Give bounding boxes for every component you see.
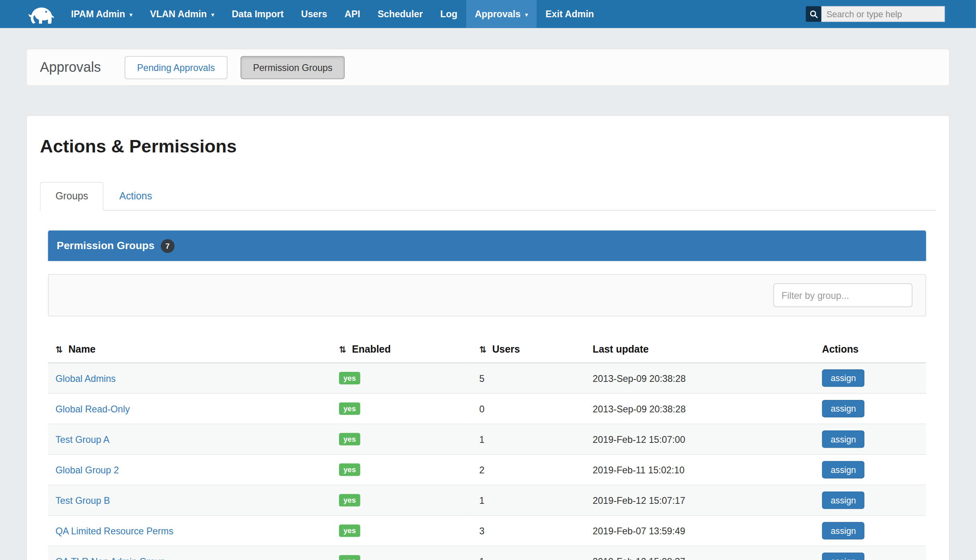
nav-menu: IPAM Admin ▾ VLAN Admin ▾ Data Import Us…: [62, 0, 603, 28]
users-count: 3: [472, 515, 586, 546]
groups-tab-content: Permission Groups 7 ⇅Name ⇅Enabled: [48, 231, 926, 560]
group-name-link[interactable]: Test Group B: [55, 495, 110, 505]
permission-groups-header: Permission Groups 7: [48, 231, 926, 261]
nav-item-label: IPAM Admin: [71, 9, 125, 19]
nav-item-ipam-admin[interactable]: IPAM Admin ▾: [62, 0, 141, 28]
nav-item-exit-admin[interactable]: Exit Admin: [537, 0, 603, 28]
last-update: 2019-Feb-12 15:07:17: [585, 485, 814, 515]
tab-actions[interactable]: Actions: [104, 182, 168, 210]
table-header-row: ⇅Name ⇅Enabled ⇅Users Last update Action…: [48, 335, 926, 363]
nav-item-label: Users: [301, 9, 327, 19]
nav-item-label: Scheduler: [378, 9, 423, 19]
nav-item-label: Log: [440, 9, 458, 19]
nav-item-users[interactable]: Users: [293, 0, 336, 28]
users-count: 5: [472, 363, 586, 394]
sort-icon[interactable]: ⇅: [55, 345, 63, 355]
group-name-link[interactable]: Global Read-Only: [55, 404, 130, 414]
column-header-last-update: Last update: [585, 335, 814, 363]
navbar-search: [806, 0, 945, 28]
table-row: QA TLR Non Admin Group yes 1 2019-Feb-12…: [48, 546, 926, 560]
permission-groups-button[interactable]: Permission Groups: [240, 56, 345, 79]
filter-group-input[interactable]: [773, 284, 912, 307]
sort-icon[interactable]: ⇅: [479, 345, 486, 355]
assign-button[interactable]: assign: [822, 430, 864, 448]
last-update: 2019-Feb-11 15:02:10: [585, 454, 814, 485]
table-row: QA Limited Resource Perms yes 3 2019-Feb…: [48, 515, 926, 546]
tab-bar: Groups Actions: [40, 182, 936, 210]
assign-button[interactable]: assign: [822, 491, 864, 509]
sort-icon[interactable]: ⇅: [339, 345, 346, 355]
caret-down-icon: ▾: [211, 12, 214, 18]
mammoth-logo-icon: [24, 4, 55, 25]
assign-button[interactable]: assign: [822, 522, 864, 539]
users-count: 1: [472, 485, 586, 515]
page-title: Approvals: [40, 59, 101, 75]
users-count: 0: [472, 394, 586, 424]
users-count: 1: [472, 424, 586, 454]
nav-item-label: VLAN Admin: [150, 9, 207, 19]
enabled-badge: yes: [339, 555, 360, 560]
nav-item-approvals[interactable]: Approvals ▾: [466, 0, 537, 28]
group-name-link[interactable]: Test Group A: [55, 434, 110, 444]
last-update: 2019-Feb-12 15:07:00: [585, 424, 814, 454]
pending-approvals-button[interactable]: Pending Approvals: [124, 56, 227, 79]
assign-button[interactable]: assign: [822, 461, 864, 478]
table-row: Global Group 2 yes 2 2019-Feb-11 15:02:1…: [48, 454, 926, 485]
users-count: 2: [472, 454, 586, 485]
table-row: Test Group B yes 1 2019-Feb-12 15:07:17 …: [48, 485, 926, 515]
enabled-badge: yes: [339, 433, 360, 445]
nav-item-label: Exit Admin: [545, 9, 594, 19]
nav-item-data-import[interactable]: Data Import: [223, 0, 293, 28]
group-name-link[interactable]: Global Group 2: [55, 465, 119, 475]
tab-groups[interactable]: Groups: [40, 182, 104, 210]
panel-title: Actions & Permissions: [40, 136, 936, 157]
assign-button[interactable]: assign: [822, 552, 864, 560]
approvals-header-card: Approvals Pending Approvals Permission G…: [26, 49, 950, 86]
nav-item-vlan-admin[interactable]: VLAN Admin ▾: [141, 0, 223, 28]
group-count-badge: 7: [161, 239, 174, 253]
group-name-link[interactable]: Global Admins: [55, 373, 116, 383]
nav-item-label: Data Import: [232, 9, 283, 19]
section-title: Permission Groups: [57, 239, 155, 252]
enabled-badge: yes: [339, 494, 360, 506]
column-header-name: ⇅Name: [48, 335, 332, 363]
nav-item-label: Approvals: [475, 9, 521, 19]
assign-button[interactable]: assign: [822, 369, 864, 387]
nav-item-api[interactable]: API: [336, 0, 369, 28]
table-row: Global Read-Only yes 0 2013-Sep-09 20:38…: [48, 394, 926, 424]
page: IPAM Admin ▾ VLAN Admin ▾ Data Import Us…: [0, 0, 976, 560]
search-icon[interactable]: [806, 6, 821, 22]
users-count: 1: [472, 546, 586, 560]
permission-groups-table: ⇅Name ⇅Enabled ⇅Users Last update Action…: [48, 335, 926, 560]
last-update: 2013-Sep-09 20:38:28: [585, 394, 814, 424]
caret-down-icon: ▾: [525, 12, 528, 18]
nav-item-scheduler[interactable]: Scheduler: [369, 0, 431, 28]
last-update: 2013-Sep-09 20:38:28: [585, 363, 814, 394]
search-input[interactable]: [821, 6, 945, 22]
enabled-badge: yes: [339, 525, 360, 537]
actions-permissions-panel: Actions & Permissions Groups Actions Per…: [26, 115, 950, 560]
nav-item-log[interactable]: Log: [431, 0, 466, 28]
group-name-link[interactable]: QA Limited Resource Perms: [55, 526, 173, 536]
phpipam-logo[interactable]: [0, 0, 62, 28]
column-header-enabled: ⇅Enabled: [331, 335, 472, 363]
enabled-badge: yes: [339, 463, 360, 476]
top-navbar: IPAM Admin ▾ VLAN Admin ▾ Data Import Us…: [0, 0, 976, 28]
group-name-link[interactable]: QA TLR Non Admin Group: [55, 556, 165, 560]
nav-item-label: API: [345, 9, 360, 19]
assign-button[interactable]: assign: [822, 400, 864, 417]
table-row: Test Group A yes 1 2019-Feb-12 15:07:00 …: [48, 424, 926, 454]
table-row: Global Admins yes 5 2013-Sep-09 20:38:28…: [48, 363, 926, 394]
last-update: 2019-Feb-07 13:59:49: [585, 515, 814, 546]
last-update: 2019-Feb-12 15:08:37: [585, 546, 814, 560]
caret-down-icon: ▾: [129, 12, 132, 18]
column-header-actions: Actions: [815, 335, 926, 363]
enabled-badge: yes: [339, 402, 360, 415]
column-header-users: ⇅Users: [472, 335, 586, 363]
filter-bar: [48, 274, 926, 317]
enabled-badge: yes: [339, 372, 360, 384]
